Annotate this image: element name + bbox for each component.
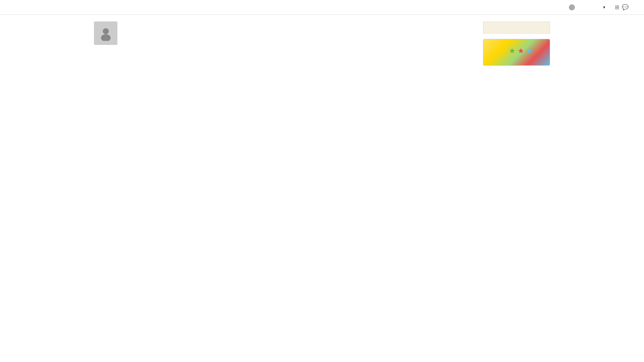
grid-icon[interactable]: ⊞ bbox=[615, 4, 619, 10]
ad-banner[interactable]: ★ ★ ★ ★ bbox=[483, 39, 550, 66]
comment-icon[interactable]: 💬 bbox=[622, 4, 629, 10]
svg-point-1 bbox=[101, 34, 111, 41]
page-header bbox=[94, 21, 476, 45]
ad-star-blue: ★ bbox=[526, 47, 533, 55]
ad-star-yellow: ★ bbox=[500, 47, 507, 55]
avatar-silhouette bbox=[98, 26, 113, 41]
language-selector[interactable]: ▾ bbox=[603, 5, 605, 10]
nav-icons: ⊞ 💬 bbox=[615, 4, 629, 10]
sidebar: ★ ★ ★ ★ bbox=[483, 21, 550, 66]
mypage-link[interactable] bbox=[569, 4, 576, 10]
svg-point-0 bbox=[103, 28, 109, 34]
content-area bbox=[94, 21, 476, 66]
header: ▾ ⊞ 💬 bbox=[0, 0, 644, 15]
main-layout: ★ ★ ★ ★ bbox=[87, 15, 557, 72]
ad-stars-row: ★ ★ ★ ★ bbox=[500, 47, 533, 55]
user-avatar bbox=[94, 21, 117, 45]
ad-star-red: ★ bbox=[518, 47, 524, 55]
nav-links: ▾ ⊞ 💬 bbox=[569, 4, 637, 10]
mypage-icon bbox=[569, 4, 575, 10]
entries-sidebar-box bbox=[483, 21, 550, 34]
ad-star-green: ★ bbox=[509, 47, 516, 55]
